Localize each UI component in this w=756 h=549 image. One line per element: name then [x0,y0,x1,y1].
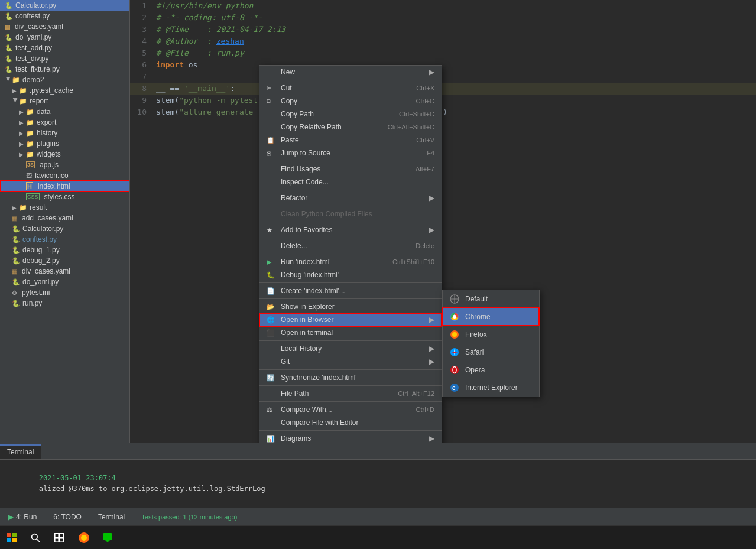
yaml-icon: ▦ [12,215,17,222]
cm-add-to-favorites[interactable]: ★ Add to Favorites ▶ [259,223,442,236]
bsm-safari[interactable]: Safari [443,343,539,361]
taskbar-firefox[interactable] [73,527,95,548]
terminal-icon: ⬛ [267,329,278,337]
sidebar-item-export[interactable]: ▶ 📁 export [0,117,129,128]
svg-point-26 [81,535,87,541]
sidebar-item-pytest-ini[interactable]: ⚙ pytest.ini [0,287,129,298]
sidebar-item-widgets[interactable]: ▶ 📁 widgets [0,149,129,160]
bsm-opera[interactable]: Opera [443,361,539,379]
sidebar-item-history[interactable]: ▶ 📁 history [0,128,129,138]
cm-synchronize[interactable]: 🔄 Synchronize 'index.html' [259,371,442,384]
arrow-icon: ▶ [429,316,434,324]
terminal-content: 2021-05-01 23:07:4 alized @370ms to org.… [0,460,756,508]
terminal-tab[interactable]: Terminal [0,444,41,459]
sidebar-item-demo2[interactable]: ▶ 📁 demo2 [0,74,129,85]
sidebar-item-run-py[interactable]: 🐍 run.py [0,298,129,308]
scissors-icon: ✂ [267,85,278,92]
jump-icon: ⎘ [267,150,278,157]
folder-icon: 📁 [26,140,34,148]
browser-submenu: Default Chrome [442,290,540,397]
sidebar-item-favicon-ico[interactable]: 🖼 favicon.ico [0,170,129,181]
cm-local-history[interactable]: Local History ▶ [259,342,442,355]
sidebar-item-result[interactable]: ▶ 📁 result [0,202,129,213]
cm-file-path[interactable]: File Path Ctrl+Alt+F12 [259,387,442,400]
bsm-firefox[interactable]: Firefox [443,326,539,343]
sidebar-item-styles-css[interactable]: CSS styles.css [0,191,129,202]
diagram-icon: 📊 [267,435,278,443]
cm-open-in-browser[interactable]: 🌐 Open in Browser ▶ [259,313,442,326]
search-button[interactable] [24,526,47,550]
cm-delete[interactable]: Delete... Delete [259,239,442,252]
terminal-status-item[interactable]: Terminal [95,512,128,522]
cm-refactor[interactable]: Refactor ▶ [259,191,442,204]
svg-rect-18 [12,538,17,542]
sidebar-item-div-cases-yaml[interactable]: ▦ div_cases.yaml [0,21,129,32]
sidebar-item-report[interactable]: ▶ 📁 report [0,96,129,106]
run-status-item[interactable]: ▶ 4: Run [5,512,40,522]
cm-git[interactable]: Git ▶ [259,355,442,368]
cm-diagrams[interactable]: 📊 Diagrams ▶ [259,432,442,443]
folder-icon: 📁 [19,98,27,105]
cm-copy-path[interactable]: Copy Path Ctrl+Shift+C [259,108,442,121]
css-icon: CSS [26,193,40,200]
taskbar-chat[interactable] [97,527,118,548]
bsm-chrome[interactable]: Chrome [443,308,539,326]
cm-compare-with-editor[interactable]: Compare File with Editor [259,416,442,429]
sidebar-item-add-cases-yaml[interactable]: ▦ add_cases.yaml [0,213,129,223]
cm-copy[interactable]: ⧉ Copy Ctrl+C [259,95,442,108]
cm-compare-with[interactable]: ⚖ Compare With... Ctrl+D [259,403,442,416]
sidebar-item-plugins[interactable]: ▶ 📁 plugins [0,138,129,149]
cm-new[interactable]: New ▶ [259,66,442,79]
start-button[interactable] [0,526,24,550]
cm-open-in-terminal[interactable]: ⬛ Open in terminal [259,326,442,339]
cm-jump-to-source[interactable]: ⎘ Jump to Source F4 [259,147,442,160]
cm-copy-relative-path[interactable]: Copy Relative Path Ctrl+Alt+Shift+C [259,121,442,134]
cm-show-in-explorer[interactable]: 📂 Show in Explorer [259,300,442,313]
sidebar-item-div-cases-yaml-2[interactable]: ▦ div_cases.yaml [0,266,129,277]
separator [259,298,442,299]
sidebar-item-debug-2-py[interactable]: 🐍 debug_2.py [0,255,129,266]
separator [259,190,442,190]
sidebar-item-app-js[interactable]: JS app.js [0,160,129,170]
copy-icon: ⧉ [267,98,278,105]
arrow-icon: ▶ [429,434,434,443]
bsm-default[interactable]: Default [443,290,539,308]
context-menu: New ▶ ✂ Cut Ctrl+X ⧉ Copy Ctrl+C Copy Pa… [259,65,442,443]
separator [259,401,442,402]
separator [259,238,442,238]
py-icon: 🐍 [12,225,20,233]
sidebar-item-data[interactable]: ▶ 📁 data [0,106,129,117]
bsm-ie[interactable]: e Internet Explorer [443,379,539,397]
sidebar-item-do-yaml-py[interactable]: 🐍 do_yaml.py [0,32,129,43]
taskview-button[interactable] [47,526,71,550]
arrow-icon: ▶ [19,109,26,115]
cm-create[interactable]: 📄 Create 'index.html'... [259,284,442,297]
taskbar [0,525,756,549]
cm-paste[interactable]: 📋 Paste Ctrl+V [259,134,442,147]
sidebar-item-calculator-py-2[interactable]: 🐍 Calculator.py [0,223,129,234]
terminal-area: Terminal 2021-05-01 23:07:4 alized @370m… [0,443,756,508]
sidebar-item-calculator-py[interactable]: 🐍 Calculator.py [0,0,129,11]
sidebar-item-test-div-py[interactable]: 🐍 test_div.py [0,53,129,64]
folder-icon: 📁 [26,108,34,116]
code-line-3: 3 # @Time : 2021-04-17 2:13 [130,24,756,35]
sidebar-item-test-add-py[interactable]: 🐍 test_add.py [0,43,129,53]
cm-cut[interactable]: ✂ Cut Ctrl+X [259,82,442,95]
ini-icon: ⚙ [12,290,17,296]
cm-inspect-code[interactable]: Inspect Code... [259,176,442,189]
sidebar-item-conftest-py[interactable]: 🐍 conftest.py [0,11,129,21]
ie-icon: e [449,382,460,394]
top-area: 🐍 Calculator.py 🐍 conftest.py ▦ div_case… [0,0,756,443]
cm-find-usages[interactable]: Find Usages Alt+F7 [259,163,442,176]
cm-debug[interactable]: 🐛 Debug 'index.html' [259,268,442,281]
arrow-icon: ▶ [429,345,434,353]
status-bar: ▶ 4: Run 6: TODO Terminal Tests passed: … [0,508,756,525]
sidebar-item-debug-1-py[interactable]: 🐍 debug_1.py [0,245,129,255]
sidebar-item-do-yaml-py-2[interactable]: 🐍 do_yaml.py [0,277,129,287]
sidebar-item-pytest-cache[interactable]: ▶ 📁 .pytest_cache [0,85,129,96]
cm-run[interactable]: ▶ Run 'index.html' Ctrl+Shift+F10 [259,255,442,268]
sidebar-item-test-fixture-py[interactable]: 🐍 test_fixture.py [0,64,129,74]
sidebar-item-conftest-py-2[interactable]: 🐍 conftest.py [0,234,129,245]
sidebar-item-index-html[interactable]: H index.html [0,181,129,191]
todo-status-item[interactable]: 6: TODO [50,512,85,522]
